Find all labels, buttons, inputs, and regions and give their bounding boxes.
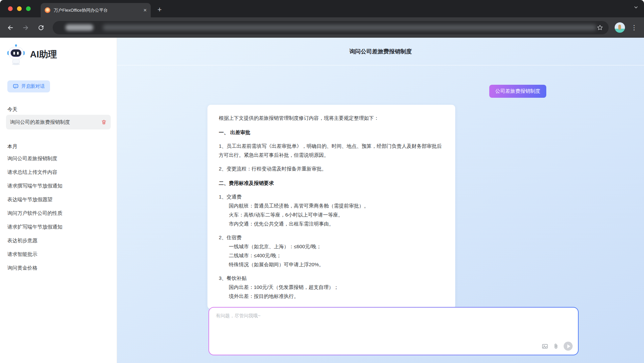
composer [208, 307, 579, 355]
response-paragraph: 2、变更流程：行程变动需及时报备并重新审批。 [219, 164, 444, 173]
response-line: 1、员工出差前需填写《出差审批单》，明确目的、时间、地点、预算，经部门负责人及财… [219, 141, 444, 159]
conversation-item[interactable]: 请求扩写端午节放假通知 [6, 220, 111, 234]
conversation-title: 请求智能批示 [7, 251, 37, 258]
conversation-item[interactable]: 请求智能批示 [6, 248, 111, 261]
message-input[interactable] [209, 308, 578, 355]
response-paragraph: 根据上下文提供的差旅报销管理制度修订内容，现将主要规定整理如下： [219, 113, 444, 122]
conversation-title: 询问万户软件公司的性质 [7, 210, 62, 217]
chat-messages: 公司差旅费报销制度 根据上下文提供的差旅报销管理制度修订内容，现将主要规定整理如… [207, 65, 546, 309]
response-line: 特殊情况（如展会期间）可申请上浮20%。 [219, 260, 444, 269]
response-paragraph: 2、住宿费一线城市（如北京、上海）：≤600元/晚；二线城市：≤400元/晚；特… [219, 233, 444, 269]
tab-title: 万户FlexOffice协同办公平台 [54, 7, 140, 13]
conversation-item[interactable]: 询问公司的差旅费报销制度 [6, 115, 111, 129]
address-bar[interactable] [53, 21, 609, 34]
redacted-url-segment [65, 24, 93, 31]
attachment-paperclip-icon[interactable] [553, 343, 559, 350]
response-heading: 一、 出差审批 [219, 128, 444, 137]
conversation-title: 表达端午节放假愿望 [7, 197, 52, 203]
chat-bubble-icon [13, 83, 19, 89]
response-line: 2、住宿费 [219, 233, 444, 242]
response-line: 一、 出差审批 [219, 128, 444, 137]
tab-search-chevron-icon[interactable] [633, 5, 639, 11]
conversation-title: 请求撰写端午节放假通知 [7, 183, 62, 189]
window-controls [8, 6, 31, 11]
response-line: 国内出差：100元/天（凭发票报销，超支自理）； [219, 283, 444, 292]
ai-response-card: 根据上下文提供的差旅报销管理制度修订内容，现将主要规定整理如下：一、 出差审批1… [207, 105, 455, 309]
user-message-bubble: 公司差旅费报销制度 [489, 85, 546, 98]
conversation-title: 询问黄金价格 [7, 265, 37, 271]
conversation-title: 请求总结上传文件内容 [7, 169, 57, 175]
conversation-item[interactable]: 表达端午节放假愿望 [6, 193, 111, 207]
conversation-title: 表达初步意愿 [7, 238, 37, 244]
response-paragraph: 1、员工出差前需填写《出差审批单》，明确目的、时间、地点、预算，经部门负责人及财… [219, 141, 444, 159]
window-close-button[interactable] [8, 6, 13, 11]
history-section-label: 本月 [6, 143, 111, 150]
back-icon[interactable] [7, 24, 14, 31]
tab-close-icon[interactable]: × [143, 7, 147, 13]
window-zoom-button[interactable] [26, 6, 31, 11]
response-paragraph: 1、交通费国内航班：普通员工经济舱，高管可乘商务舱（需提前审批）。火车：高铁/动… [219, 192, 444, 228]
chat-main: 询问公司差旅费报销制度 公司差旅费报销制度 根据上下文提供的差旅报销管理制度修订… [117, 38, 644, 363]
conversation-item[interactable]: 询问万户软件公司的性质 [6, 207, 111, 220]
history-section-label: 今天 [6, 106, 111, 113]
browser-tab[interactable]: 万户FlexOffice协同办公平台 × [41, 3, 151, 17]
forward-icon[interactable] [22, 24, 29, 31]
response-line: 市内交通：优先公共交通，出租车需注明事由。 [219, 219, 444, 228]
window-minimize-button[interactable] [17, 6, 22, 11]
bookmark-star-icon[interactable] [597, 24, 603, 31]
response-line: 火车：高铁/动车二等座，6小时以上可申请一等座。 [219, 210, 444, 219]
conversation-item[interactable]: 询问公司差旅报销制度 [6, 152, 111, 165]
tab-favicon-icon [45, 7, 50, 13]
redacted-url-segment [103, 25, 596, 30]
conversation-title: 询问公司差旅报销制度 [7, 155, 57, 162]
browser-toolbar: ⋮ [0, 17, 644, 38]
response-line: 境外出差：按目的地标准执行。 [219, 292, 444, 301]
send-arrow-icon [567, 344, 570, 348]
new-conversation-button[interactable]: 开启新对话 [7, 80, 50, 92]
conversation-item[interactable]: 请求撰写端午节放假通知 [6, 179, 111, 193]
profile-avatar[interactable] [615, 22, 625, 33]
app-title: AI助理 [30, 48, 57, 60]
brand: AI助理 [7, 43, 117, 66]
new-tab-button[interactable]: + [157, 6, 162, 13]
insert-image-icon[interactable] [542, 343, 548, 350]
response-line: 二线城市：≤400元/晚； [219, 251, 444, 260]
reload-icon[interactable] [37, 24, 45, 31]
conversation-title: 询问公司的差旅费报销制度 [10, 119, 70, 125]
sidebar: AI助理 开启新对话 今天询问公司的差旅费报销制度本月询问公司差旅报销制度请求总… [0, 38, 117, 363]
response-heading: 二、费用标准及报销要求 [219, 178, 444, 188]
ai-robot-logo-icon [7, 43, 25, 66]
response-line: 3、餐饮补贴 [219, 274, 444, 283]
response-line: 1、交通费 [219, 192, 444, 201]
conversation-item[interactable]: 表达初步意愿 [6, 234, 111, 248]
delete-conversation-icon[interactable] [101, 119, 107, 125]
response-line: 一线城市（如北京、上海）：≤600元/晚； [219, 242, 444, 251]
send-button[interactable] [564, 342, 573, 351]
chat-header-title: 询问公司差旅费报销制度 [350, 48, 412, 55]
chat-header: 询问公司差旅费报销制度 [117, 38, 644, 65]
history-list: 今天询问公司的差旅费报销制度本月询问公司差旅报销制度请求总结上传文件内容请求撰写… [0, 106, 117, 275]
response-line: 二、费用标准及报销要求 [219, 178, 444, 188]
response-line: 2、变更流程：行程变动需及时报备并重新审批。 [219, 164, 444, 173]
new-conversation-label: 开启新对话 [21, 83, 45, 89]
response-line: 根据上下文提供的差旅报销管理制度修订内容，现将主要规定整理如下： [219, 113, 444, 122]
conversation-title: 请求扩写端午节放假通知 [7, 224, 62, 230]
conversation-item[interactable]: 请求总结上传文件内容 [6, 165, 111, 179]
browser-menu-icon[interactable]: ⋮ [631, 24, 637, 31]
response-paragraph: 3、餐饮补贴国内出差：100元/天（凭发票报销，超支自理）；境外出差：按目的地标… [219, 274, 444, 301]
conversation-item[interactable]: 询问黄金价格 [6, 261, 111, 275]
browser-tab-strip: 万户FlexOffice协同办公平台 × + [0, 0, 644, 17]
response-line: 国内航班：普通员工经济舱，高管可乘商务舱（需提前审批）。 [219, 201, 444, 210]
